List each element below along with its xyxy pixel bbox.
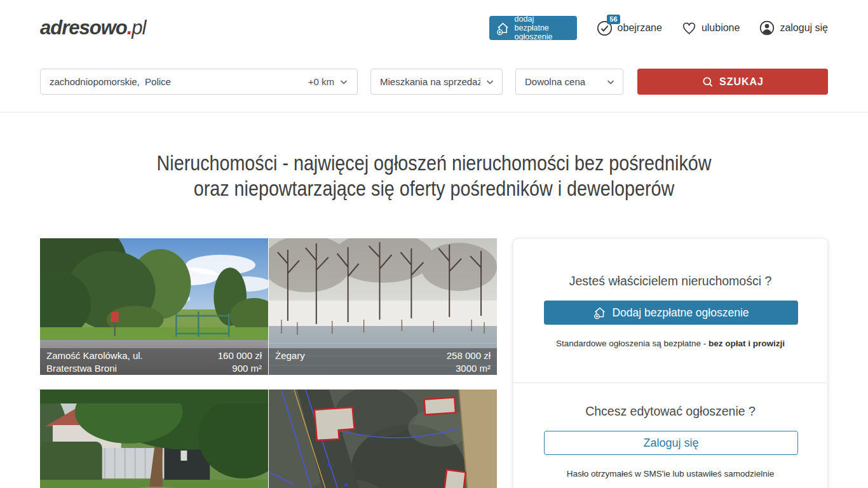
- login-label: zaloguj się: [780, 22, 828, 34]
- location-input[interactable]: [50, 76, 308, 87]
- listing-card[interactable]: Koronowo Pieczyska, ul. 240 000 zł: [40, 390, 268, 488]
- listing-price-area: 258 000 zł 3000 m²: [447, 349, 491, 375]
- sidebar-add-listing-label: Dodaj bezpłatne ogłoszenie: [612, 306, 749, 320]
- main-content: Zamość Karolówka, ul. Braterstwa Broni 1…: [0, 238, 868, 488]
- sidebar-login-button[interactable]: Zaloguj się: [544, 431, 798, 455]
- price-value: Dowolna cena: [525, 76, 585, 87]
- house-plus-icon: [496, 21, 510, 36]
- page-title-line1: Nieruchomości - najwięcej ogłoszeń nieru…: [57, 151, 811, 176]
- listing-area: 3000 m²: [447, 362, 491, 375]
- sidebar-add-listing-button[interactable]: Dodaj bezpłatne ogłoszenie: [544, 301, 798, 325]
- owner-panel: Jesteś właścicielem nieruchomości ? Doda…: [513, 238, 828, 488]
- hero: Nieruchomości - najwięcej ogłoszeń nieru…: [0, 151, 868, 201]
- password-note: Hasło otrzymałeś w SMS'ie lub ustawiłeś …: [544, 469, 797, 478]
- search-button[interactable]: SZUKAJ: [637, 69, 828, 95]
- listing-card[interactable]: Zamość Karolówka, ul. Braterstwa Broni 1…: [40, 238, 268, 375]
- chevron-down-icon: [606, 78, 615, 86]
- listing-photo-satellite-plots: [269, 390, 497, 488]
- chevron-down-icon: [485, 78, 494, 86]
- add-listing-button[interactable]: dodaj bezpłatne ogłoszenie: [489, 16, 577, 40]
- check-circle-icon: 56: [596, 20, 613, 37]
- listing-card[interactable]: Puchliki 385 000 zł: [269, 390, 497, 488]
- page-title-line2: oraz niepowtarzające się oferty pośredni…: [57, 176, 811, 201]
- radius-select[interactable]: +0 km: [308, 76, 348, 87]
- listing-card[interactable]: Żegary 258 000 zł 3000 m²: [269, 238, 497, 375]
- category-value: Mieszkania na sprzedaż: [380, 76, 480, 87]
- magnifier-icon: [702, 76, 714, 88]
- favorites-label: ulubione: [702, 22, 740, 34]
- listing-caption: Żegary 258 000 zł 3000 m²: [269, 348, 497, 375]
- category-select[interactable]: Mieszkania na sprzedaż: [370, 69, 503, 95]
- listing-name: Zamość Karolówka, ul. Braterstwa Broni: [46, 349, 183, 375]
- header: adresowo.pl dodaj bezpłatne ogłoszenie: [0, 0, 868, 56]
- listing-photo-garden-tree: [40, 390, 268, 488]
- edit-section: Chcesz edytować ogłoszenie ? Zaloguj się…: [513, 383, 827, 478]
- listing-price-area: 160 000 zł 900 m²: [218, 349, 262, 375]
- price-select[interactable]: Dowolna cena: [515, 69, 623, 95]
- search-button-label: SZUKAJ: [719, 76, 764, 88]
- favorites-link[interactable]: ulubione: [681, 20, 740, 36]
- header-actions: dodaj bezpłatne ogłoszenie 56 obejrzane …: [489, 16, 828, 40]
- user-icon: [759, 20, 775, 36]
- chevron-down-icon: [339, 78, 348, 86]
- add-listing-label: dodaj bezpłatne ogłoszenie: [515, 15, 571, 41]
- house-plus-icon: [593, 306, 607, 320]
- search-bar: +0 km Mieszkania na sprzedaż Dowolna cen…: [0, 56, 868, 112]
- radius-value: +0 km: [308, 76, 334, 87]
- heart-icon: [681, 20, 697, 36]
- edit-heading: Chcesz edytować ogłoszenie ?: [544, 404, 797, 419]
- listing-grid: Zamość Karolówka, ul. Braterstwa Broni 1…: [40, 238, 497, 488]
- viewed-label: obejrzane: [618, 22, 662, 34]
- listing-caption: Zamość Karolówka, ul. Braterstwa Broni 1…: [40, 348, 268, 375]
- page-title: Nieruchomości - najwięcej ogłoszeń nieru…: [0, 151, 868, 201]
- viewed-count-badge: 56: [607, 15, 620, 24]
- owner-heading: Jesteś właścicielem nieruchomości ?: [544, 274, 797, 288]
- login-link[interactable]: zaloguj się: [759, 20, 828, 36]
- listing-name: Żegary: [275, 349, 412, 375]
- viewed-link[interactable]: 56 obejrzane: [596, 20, 662, 37]
- logo-tld: pl: [132, 17, 146, 39]
- location-field: +0 km: [40, 69, 358, 95]
- listing-price: 258 000 zł: [447, 349, 491, 362]
- listing-area: 900 m²: [218, 362, 262, 375]
- listing-price: 160 000 zł: [218, 349, 262, 362]
- logo-text-main: adresowo: [40, 17, 127, 39]
- owner-section: Jesteś właścicielem nieruchomości ? Doda…: [513, 239, 827, 383]
- free-listings-note: Standardowe ogłoszenia są bezpłatne - be…: [544, 339, 797, 348]
- logo[interactable]: adresowo.pl: [40, 17, 146, 39]
